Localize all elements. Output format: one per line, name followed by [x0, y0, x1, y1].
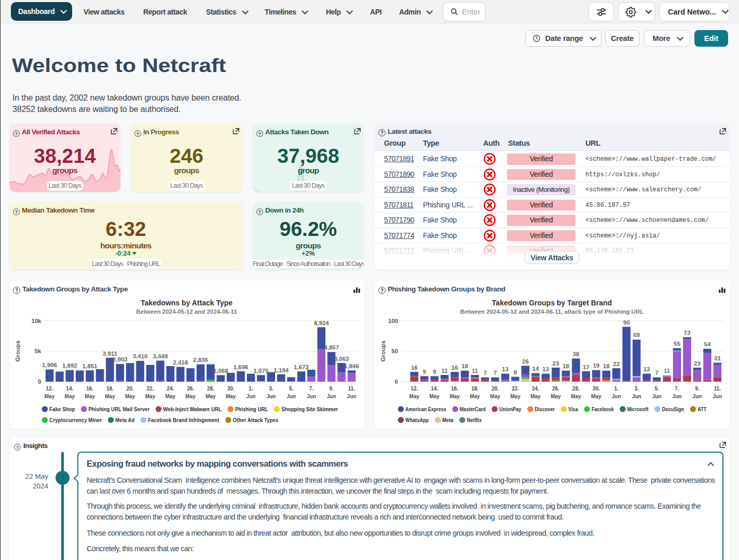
svg-text:May: May [470, 394, 480, 399]
svg-text:9: 9 [423, 369, 426, 375]
svg-text:Jun: Jun [327, 394, 336, 399]
svg-text:13: 13 [502, 366, 509, 372]
svg-text:28.: 28. [572, 386, 580, 391]
svg-text:5.: 5. [289, 386, 294, 391]
svg-text:30.: 30. [593, 386, 600, 391]
svg-text:1,846: 1,846 [344, 363, 359, 369]
svg-text:7: 7 [494, 370, 497, 376]
svg-text:Microsoft: Microsoft [627, 406, 649, 412]
svg-text:90: 90 [623, 319, 630, 326]
svg-text:1.: 1. [614, 386, 619, 391]
svg-text:18.: 18. [471, 386, 478, 391]
svg-text:73: 73 [684, 330, 691, 336]
svg-text:24.: 24. [167, 386, 174, 391]
svg-text:DocuSign: DocuSign [662, 406, 685, 412]
svg-text:18: 18 [461, 363, 468, 369]
svg-text:May: May [571, 394, 581, 399]
svg-text:11.: 11. [714, 386, 721, 391]
svg-text:16.: 16. [451, 386, 458, 391]
svg-text:May: May [429, 394, 440, 399]
svg-text:19: 19 [593, 362, 599, 369]
svg-text:13: 13 [542, 366, 549, 372]
svg-text:16: 16 [451, 365, 458, 371]
svg-text:Between 2024-05-12 and 2024-06: Between 2024-05-12 and 2024-06-11 [136, 309, 237, 315]
svg-text:3,410: 3,410 [133, 353, 148, 359]
svg-text:8,924: 8,924 [314, 320, 329, 326]
svg-text:1,068: 1,068 [213, 368, 228, 374]
svg-text:May: May [510, 394, 521, 399]
svg-text:Jun: Jun [673, 394, 682, 399]
svg-text:Jun: Jun [307, 394, 316, 399]
svg-text:16.: 16. [86, 386, 93, 391]
svg-text:3.: 3. [634, 386, 639, 391]
svg-text:28.: 28. [207, 386, 214, 391]
svg-text:0: 0 [395, 379, 398, 385]
svg-text:9: 9 [433, 369, 436, 375]
svg-text:Jun: Jun [652, 394, 662, 399]
svg-text:May: May [226, 394, 236, 399]
svg-text:22.: 22. [147, 386, 154, 391]
svg-text:7: 7 [483, 370, 486, 376]
svg-text:Jun: Jun [713, 394, 722, 399]
svg-text:4,857: 4,857 [324, 344, 339, 351]
svg-text:3,449: 3,449 [153, 353, 168, 359]
svg-text:13: 13 [644, 366, 650, 372]
svg-text:26.: 26. [552, 386, 559, 391]
svg-text:38: 38 [572, 351, 579, 357]
svg-text:7.: 7. [675, 386, 679, 391]
svg-text:12.: 12. [46, 386, 53, 391]
svg-text:5k: 5k [35, 348, 42, 354]
svg-text:Jun: Jun [266, 394, 276, 399]
svg-text:23: 23 [553, 360, 559, 367]
svg-text:WhatsApp: WhatsApp [405, 417, 429, 423]
svg-text:54: 54 [704, 341, 711, 347]
svg-text:18.: 18. [106, 386, 114, 391]
svg-text:May: May [45, 394, 55, 399]
svg-text:MasterCard: MasterCard [460, 406, 486, 412]
svg-text:23: 23 [694, 360, 701, 367]
svg-text:100: 100 [388, 318, 398, 324]
svg-text:7: 7 [655, 370, 658, 376]
svg-text:11.: 11. [348, 386, 355, 391]
svg-text:2,903: 2,903 [113, 356, 128, 362]
svg-text:Takedown Groups by Target Bran: Takedown Groups by Target Brand [492, 299, 612, 307]
svg-text:10k: 10k [31, 318, 42, 324]
svg-text:Cryptocurrency Miner: Cryptocurrency Miner [49, 417, 102, 423]
svg-text:11: 11 [442, 368, 448, 374]
svg-text:ATT: ATT [697, 406, 706, 412]
svg-text:18: 18 [563, 363, 569, 369]
svg-text:Meta: Meta [442, 417, 454, 423]
svg-text:7.: 7. [309, 386, 314, 391]
svg-text:20.: 20. [127, 386, 134, 391]
svg-text:9.: 9. [330, 386, 334, 391]
svg-text:11: 11 [664, 368, 670, 374]
svg-text:Phishing URL: Phishing URL [235, 406, 268, 412]
svg-text:Discover: Discover [535, 406, 555, 412]
svg-text:Meta Ad: Meta Ad [115, 417, 134, 423]
svg-text:Other Attack Types: Other Attack Types [233, 417, 279, 423]
svg-text:3,063: 3,063 [334, 356, 349, 362]
svg-text:14.: 14. [66, 386, 73, 391]
svg-text:Between 2024-05-12 and 2024-06: Between 2024-05-12 and 2024-06-11, attac… [460, 309, 644, 315]
svg-text:1,996: 1,996 [42, 362, 57, 368]
svg-text:Jun: Jun [286, 394, 296, 399]
svg-text:55: 55 [674, 341, 680, 347]
svg-text:Facebook Brand Infringement: Facebook Brand Infringement [148, 417, 220, 423]
svg-text:26: 26 [522, 358, 529, 365]
svg-text:3,911: 3,911 [103, 351, 118, 357]
svg-text:16: 16 [411, 365, 418, 371]
svg-text:2,418: 2,418 [173, 359, 188, 366]
svg-text:Visa: Visa [568, 406, 579, 412]
svg-text:1.: 1. [249, 386, 253, 391]
svg-text:26.: 26. [187, 386, 194, 391]
svg-text:Takedowns by Attack Type: Takedowns by Attack Type [141, 299, 232, 307]
svg-text:May: May [125, 394, 135, 399]
svg-text:Phishing URL Mail Server: Phishing URL Mail Server [88, 406, 150, 412]
svg-text:May: May [490, 394, 500, 399]
svg-text:31: 31 [714, 355, 721, 361]
svg-text:Jun: Jun [347, 394, 357, 399]
svg-text:1,851: 1,851 [83, 363, 98, 369]
svg-text:1,075: 1,075 [254, 368, 269, 374]
svg-text:May: May [206, 394, 216, 399]
svg-text:12.: 12. [410, 386, 418, 391]
